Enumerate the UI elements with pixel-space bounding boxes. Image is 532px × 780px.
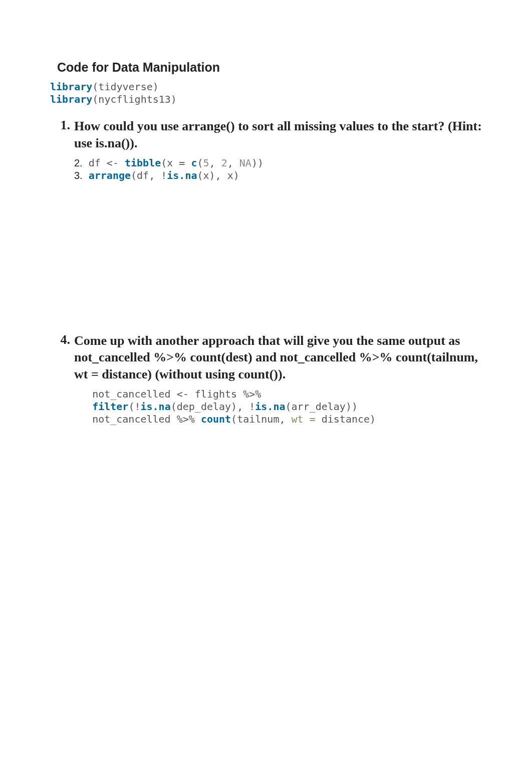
question-1-section: 1. How could you use arrange() to sort a… <box>50 118 482 182</box>
question-number: 4. <box>50 332 74 347</box>
question-number: 1. <box>50 118 74 133</box>
question-4-heading: 4. Come up with another approach that wi… <box>50 332 482 383</box>
document-page: Code for Data Manipulation library(tidyv… <box>0 0 532 576</box>
library-code-block: library(tidyverse) library(nycflights13) <box>50 81 482 106</box>
question-text: Come up with another approach that will … <box>74 332 482 383</box>
document-title: Code for Data Manipulation <box>57 60 482 75</box>
question-4-code: not_cancelled <- flights %>% filter(!is.… <box>74 388 482 426</box>
question-1-heading: 1. How could you use arrange() to sort a… <box>50 118 482 152</box>
question-text: How could you use arrange() to sort all … <box>74 118 482 152</box>
question-1-code: 2. df <- tibble(x = c(5, 2, NA)) 3. arra… <box>74 157 482 182</box>
question-4-section: 4. Come up with another approach that wi… <box>50 332 482 426</box>
